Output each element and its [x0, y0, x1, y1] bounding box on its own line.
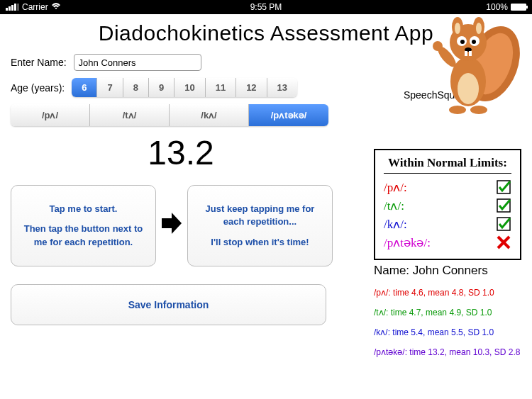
wnl-phoneme-label: /pʌtəkə/: — [384, 235, 431, 250]
start-button[interactable]: Tap me to start. Then tap the button nex… — [11, 185, 156, 266]
svg-point-8 — [476, 23, 482, 34]
result-line: /pʌ/: time 4.6, mean 4.8, SD 1.0 — [374, 288, 521, 298]
age-option-11[interactable]: 11 — [206, 78, 236, 97]
svg-rect-14 — [465, 51, 467, 56]
phoneme-option[interactable]: /pʌtəkə/ — [249, 104, 328, 126]
arrow-right-icon — [162, 211, 182, 240]
age-option-6[interactable]: 6 — [72, 78, 97, 97]
save-button[interactable]: Save Information — [11, 284, 326, 325]
tap-line2: I'll stop when it's time! — [195, 236, 325, 249]
squirrel-mascot-icon — [429, 7, 521, 120]
carrier-label: Carrier — [22, 2, 48, 12]
start-line2: Then tap the button next to me for each … — [18, 223, 148, 248]
svg-point-12 — [472, 40, 476, 44]
age-label: Age (years): — [11, 82, 65, 94]
checkmark-icon — [496, 198, 511, 213]
wnl-row: /pʌ/: — [384, 178, 511, 196]
signal-icon — [6, 4, 19, 11]
phoneme-option[interactable]: /tʌ/ — [90, 104, 170, 126]
wnl-phoneme-label: /tʌ/: — [384, 198, 404, 213]
clock: 9:55 PM — [250, 2, 282, 12]
wnl-row: /kʌ/: — [384, 215, 511, 233]
result-line: /pʌtəkə/: time 13.2, mean 10.3, SD 2.8 — [374, 347, 521, 357]
age-option-8[interactable]: 8 — [123, 78, 149, 97]
results-name: Name: John Conners — [374, 264, 521, 278]
wnl-phoneme-label: /kʌ/: — [384, 217, 407, 232]
phoneme-option[interactable]: /kʌ/ — [170, 104, 249, 126]
phoneme-segmented: /pʌ//tʌ//kʌ//pʌtəkə/ — [11, 104, 328, 126]
wnl-box: Within Normal Limits: /pʌ/:/tʌ/:/kʌ/:/pʌ… — [374, 149, 521, 260]
tap-button[interactable]: Just keep tapping me for each repetition… — [187, 185, 333, 266]
result-line: /tʌ/: time 4.7, mean 4.9, SD 1.0 — [374, 308, 521, 317]
wnl-title: Within Normal Limits: — [384, 156, 511, 174]
timer-display: 13.2 — [89, 133, 273, 172]
svg-point-11 — [460, 40, 465, 44]
phoneme-option[interactable]: /pʌ/ — [11, 104, 90, 126]
name-label: Enter Name: — [11, 57, 67, 68]
wnl-row: /tʌ/: — [384, 196, 511, 215]
age-option-13[interactable]: 13 — [267, 78, 297, 97]
svg-point-3 — [458, 73, 479, 104]
age-option-7[interactable]: 7 — [97, 78, 123, 97]
svg-point-17 — [433, 41, 443, 51]
age-option-10[interactable]: 10 — [174, 78, 205, 97]
age-option-12[interactable]: 12 — [236, 78, 267, 97]
checkmark-icon — [496, 179, 511, 195]
svg-point-19 — [470, 106, 487, 114]
x-icon — [496, 235, 511, 250]
age-option-9[interactable]: 9 — [149, 78, 174, 97]
tap-line1: Just keep tapping me for each repetition… — [195, 203, 325, 228]
start-line1: Tap me to start. — [18, 203, 148, 215]
age-segmented: 678910111213 — [72, 78, 297, 97]
name-input[interactable] — [74, 54, 201, 71]
svg-point-18 — [449, 106, 466, 114]
checkmark-icon — [496, 216, 511, 232]
wnl-row: /pʌtəkə/: — [384, 233, 511, 252]
wifi-icon — [51, 2, 61, 12]
results-panel: Name: John Conners /pʌ/: time 4.6, mean … — [374, 264, 521, 367]
svg-rect-15 — [469, 51, 472, 56]
svg-point-7 — [455, 23, 460, 34]
wnl-phoneme-label: /pʌ/: — [384, 180, 407, 195]
result-line: /kʌ/: time 5.4, mean 5.5, SD 1.0 — [374, 327, 521, 337]
